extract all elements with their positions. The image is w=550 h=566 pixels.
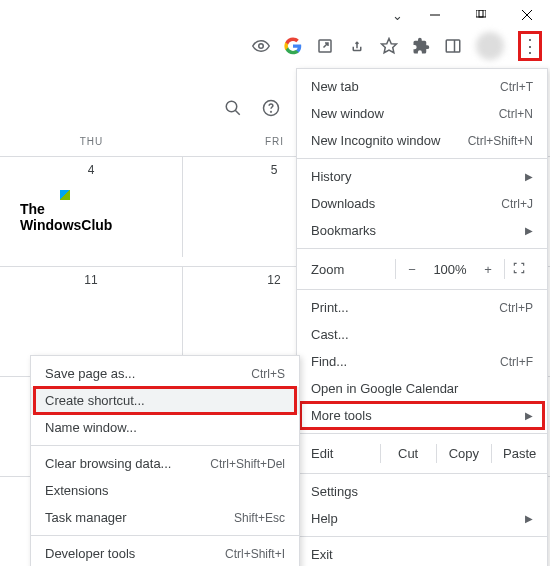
zoom-level: 100% (428, 262, 472, 277)
panel-icon[interactable] (444, 37, 462, 55)
submenu-clear-data[interactable]: Clear browsing data...Ctrl+Shift+Del (31, 450, 299, 477)
col-header-thu: THU (0, 130, 183, 156)
minimize-button[interactable] (412, 0, 458, 30)
menu-bookmarks[interactable]: Bookmarks▶ (297, 217, 547, 244)
menu-paste[interactable]: Paste (491, 444, 547, 463)
menu-incognito[interactable]: New Incognito windowCtrl+Shift+N (297, 127, 547, 154)
menu-settings[interactable]: Settings (297, 478, 547, 505)
calendar-cell[interactable]: 4 The WindowsClub (0, 157, 183, 257)
menu-edit-row: Edit Cut Copy Paste (297, 438, 547, 469)
search-icon[interactable] (224, 99, 242, 117)
svg-point-13 (271, 111, 272, 112)
star-icon[interactable] (380, 37, 398, 55)
extension-icon[interactable] (412, 37, 430, 55)
day-number: 11 (6, 273, 176, 287)
menu-exit[interactable]: Exit (297, 541, 547, 566)
menu-history[interactable]: History▶ (297, 163, 547, 190)
calendar-cell[interactable]: 11 (0, 267, 183, 367)
submenu-name-window[interactable]: Name window... (31, 414, 299, 441)
zoom-in-button[interactable]: + (472, 262, 504, 277)
eye-icon[interactable] (252, 37, 270, 55)
svg-point-10 (226, 101, 237, 112)
more-tools-submenu: Save page as...Ctrl+S Create shortcut...… (30, 355, 300, 566)
windowsclub-logo: The WindowsClub (20, 187, 112, 233)
chevron-right-icon: ▶ (525, 171, 533, 182)
maximize-button[interactable] (458, 0, 504, 30)
chevron-right-icon: ▶ (525, 410, 533, 421)
profile-avatar[interactable] (476, 32, 504, 60)
menu-help[interactable]: Help▶ (297, 505, 547, 532)
share-icon[interactable] (348, 37, 366, 55)
menu-button[interactable]: ⋮ (518, 31, 542, 61)
submenu-extensions[interactable]: Extensions (31, 477, 299, 504)
svg-point-5 (259, 44, 264, 49)
submenu-task-manager[interactable]: Task managerShift+Esc (31, 504, 299, 531)
fullscreen-button[interactable] (505, 261, 533, 278)
submenu-create-shortcut[interactable]: Create shortcut... (31, 387, 299, 414)
svg-marker-7 (382, 39, 397, 53)
svg-rect-8 (446, 40, 460, 52)
chrome-menu: New tabCtrl+T New windowCtrl+N New Incog… (296, 68, 548, 566)
menu-cut[interactable]: Cut (380, 444, 436, 463)
close-button[interactable] (504, 0, 550, 30)
google-icon[interactable] (284, 37, 302, 55)
menu-zoom: Zoom − 100% + (297, 253, 547, 285)
svg-line-11 (235, 110, 240, 115)
menu-cast[interactable]: Cast... (297, 321, 547, 348)
menu-more-tools[interactable]: More tools▶ (297, 402, 547, 429)
chevron-right-icon: ▶ (525, 225, 533, 236)
menu-find[interactable]: Find...Ctrl+F (297, 348, 547, 375)
menu-open-in[interactable]: Open in Google Calendar (297, 375, 547, 402)
menu-new-window[interactable]: New windowCtrl+N (297, 100, 547, 127)
day-number: 4 (6, 163, 176, 177)
chevron-right-icon: ▶ (525, 513, 533, 524)
menu-downloads[interactable]: DownloadsCtrl+J (297, 190, 547, 217)
menu-print[interactable]: Print...Ctrl+P (297, 294, 547, 321)
submenu-save-page[interactable]: Save page as...Ctrl+S (31, 360, 299, 387)
window-caret[interactable]: ⌄ (382, 8, 412, 23)
open-icon[interactable] (316, 37, 334, 55)
help-icon[interactable] (262, 99, 280, 117)
menu-new-tab[interactable]: New tabCtrl+T (297, 73, 547, 100)
menu-copy[interactable]: Copy (436, 444, 492, 463)
submenu-dev-tools[interactable]: Developer toolsCtrl+Shift+I (31, 540, 299, 566)
zoom-out-button[interactable]: − (396, 262, 428, 277)
